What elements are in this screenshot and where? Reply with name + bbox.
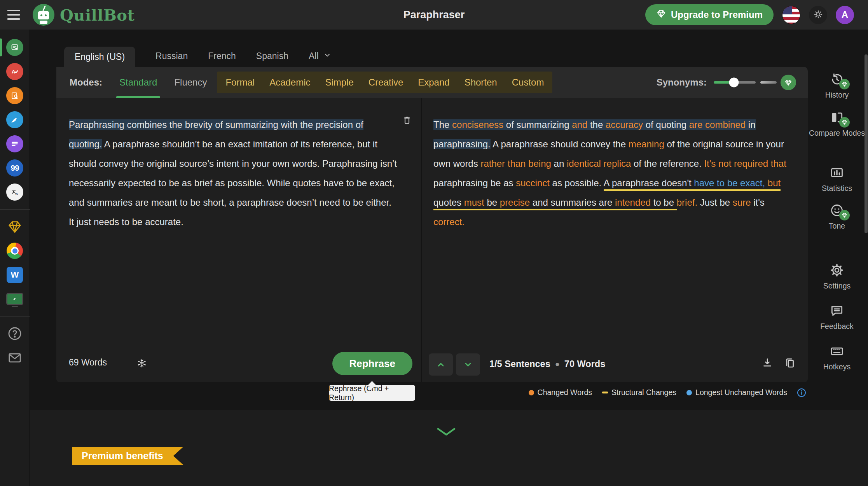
quillbot-robot-icon bbox=[33, 4, 54, 26]
mode-shorten[interactable]: Shorten bbox=[465, 77, 497, 88]
delete-text-button[interactable] bbox=[398, 112, 416, 129]
output-segment[interactable]: an bbox=[551, 158, 567, 169]
sidebar-item-plagiarism-checker[interactable] bbox=[0, 87, 30, 104]
tools-item-tone[interactable]: Tone bbox=[809, 203, 865, 231]
tools-item-statistics[interactable]: Statistics bbox=[809, 165, 865, 193]
tools-item-settings[interactable]: Settings bbox=[809, 263, 865, 291]
account-avatar[interactable]: A bbox=[836, 6, 854, 24]
synonyms-slider-thumb[interactable] bbox=[729, 78, 739, 87]
output-segment[interactable]: It's not required that bbox=[704, 158, 786, 169]
input-rest-text[interactable]: A paraphrase shouldn’t be an exact imita… bbox=[69, 139, 397, 227]
output-segment[interactable]: conciseness bbox=[452, 119, 503, 130]
output-text: The conciseness of summarizing and the a… bbox=[433, 115, 797, 232]
tab-english-us[interactable]: English (US) bbox=[64, 47, 135, 67]
quillbot-logo[interactable]: QuillBot bbox=[33, 4, 134, 26]
paraphraser-icon bbox=[6, 39, 23, 56]
output-segment[interactable]: A paraphrase should convey the bbox=[491, 139, 629, 149]
theme-toggle-button[interactable] bbox=[809, 6, 827, 24]
sidebar-item-chrome-extension[interactable] bbox=[0, 242, 30, 259]
output-segment[interactable]: of summarizing bbox=[503, 119, 572, 130]
output-segment[interactable]: as possible. bbox=[550, 178, 604, 188]
sidebar-item-premium[interactable] bbox=[0, 218, 30, 235]
output-segment[interactable]: intended bbox=[615, 197, 651, 210]
freeze-words-button[interactable] bbox=[133, 355, 150, 372]
output-segment[interactable]: it's bbox=[751, 197, 765, 208]
output-segment[interactable]: identical replica bbox=[567, 158, 631, 169]
mode-creative[interactable]: Creative bbox=[369, 77, 403, 88]
mode-fluency[interactable]: Fluency bbox=[174, 67, 207, 98]
output-segment[interactable]: precise bbox=[500, 197, 530, 210]
input-word-count: 69 Words bbox=[69, 357, 107, 368]
output-segment[interactable]: are combined bbox=[689, 119, 746, 130]
output-segment[interactable]: rather than being bbox=[480, 158, 551, 169]
sidebar-item-word-extension[interactable]: W bbox=[0, 266, 30, 283]
mode-custom[interactable]: Custom bbox=[512, 77, 544, 88]
output-segment[interactable]: the bbox=[587, 119, 606, 130]
output-segment[interactable]: brief. bbox=[677, 197, 697, 208]
language-flag-button[interactable] bbox=[782, 6, 800, 24]
sun-icon bbox=[813, 9, 823, 21]
help-icon bbox=[7, 326, 23, 341]
sidebar-item-summarizer[interactable] bbox=[0, 135, 30, 152]
previous-sentence-button[interactable] bbox=[429, 353, 453, 376]
tab-all-languages[interactable]: All bbox=[309, 51, 331, 67]
output-segment[interactable]: The bbox=[433, 119, 452, 130]
output-segment[interactable]: and bbox=[572, 119, 587, 130]
next-sentence-button[interactable] bbox=[456, 353, 480, 376]
legend-info-icon[interactable]: i bbox=[797, 388, 806, 397]
output-segment[interactable]: accuracy bbox=[606, 119, 643, 130]
output-segment[interactable]: A paraphrase doesn't bbox=[604, 178, 694, 191]
output-segment[interactable]: correct. bbox=[433, 217, 465, 227]
sidebar-item-desktop-app[interactable] bbox=[0, 290, 30, 308]
sidebar-item-co-writer[interactable] bbox=[0, 111, 30, 128]
sidebar-item-translator[interactable]: A bbox=[0, 184, 30, 201]
mode-standard[interactable]: Standard bbox=[119, 67, 157, 98]
output-segment[interactable]: meaning bbox=[629, 139, 664, 149]
sidebar-item-citation-generator[interactable]: 99 bbox=[0, 159, 30, 177]
output-segment[interactable] bbox=[765, 178, 768, 191]
sidebar-item-help[interactable] bbox=[0, 325, 30, 342]
upgrade-premium-button[interactable]: Upgrade to Premium bbox=[645, 4, 774, 25]
hamburger-menu-button[interactable] bbox=[0, 0, 27, 30]
rephrase-tooltip: Rephrase (Cmd + Return) bbox=[329, 385, 415, 401]
sidebar-item-contact[interactable] bbox=[0, 349, 30, 366]
output-segment[interactable]: of the reference. bbox=[631, 158, 704, 169]
output-segment[interactable]: Just be bbox=[697, 197, 733, 208]
output-segment[interactable]: but bbox=[768, 178, 781, 191]
language-tabs: English (US) RussianFrenchSpanishAll bbox=[56, 47, 808, 67]
output-segment[interactable]: succinct bbox=[516, 178, 550, 188]
output-segment[interactable]: paraphrasing be as bbox=[433, 178, 516, 188]
page-scrollbar[interactable] bbox=[865, 54, 868, 233]
output-segment[interactable]: to be bbox=[651, 197, 677, 210]
output-segment[interactable]: must bbox=[464, 197, 484, 210]
tools-item-compare-modes[interactable]: Compare Modes bbox=[809, 110, 865, 138]
mode-expand[interactable]: Expand bbox=[418, 77, 449, 88]
mode-simple[interactable]: Simple bbox=[325, 77, 354, 88]
copy-output-button[interactable] bbox=[781, 355, 798, 372]
rephrase-button[interactable]: Rephrase bbox=[332, 352, 413, 375]
tab-russian[interactable]: Russian bbox=[155, 51, 188, 67]
output-segment[interactable]: quotes bbox=[433, 197, 464, 210]
synonyms-slider[interactable] bbox=[714, 81, 756, 84]
tools-item-hotkeys[interactable]: Hotkeys bbox=[809, 344, 865, 372]
tab-spanish[interactable]: Spanish bbox=[256, 51, 288, 67]
mode-formal[interactable]: Formal bbox=[225, 77, 255, 88]
tools-item-history[interactable]: History bbox=[809, 72, 865, 100]
bottom-section: Premium benefits bbox=[30, 410, 868, 486]
sidebar-item-grammar-checker[interactable]: A bbox=[0, 63, 30, 80]
output-segment[interactable]: of quoting bbox=[643, 119, 689, 130]
output-segment[interactable]: have to be exact, bbox=[694, 178, 765, 191]
output-segment[interactable]: and summaries are bbox=[530, 197, 615, 210]
tools-item-feedback[interactable]: Feedback bbox=[809, 303, 865, 331]
export-download-button[interactable] bbox=[759, 355, 776, 372]
tab-french[interactable]: French bbox=[208, 51, 236, 67]
synonyms-control: Synonyms: bbox=[657, 75, 796, 90]
output-segment[interactable]: be bbox=[484, 197, 500, 210]
premium-benefits-ribbon[interactable]: Premium benefits bbox=[72, 447, 183, 465]
sidebar-item-paraphraser[interactable] bbox=[0, 39, 30, 56]
input-text[interactable]: Paraphrasing combines the brevity of sum… bbox=[69, 115, 397, 232]
synonyms-premium-gem-icon[interactable] bbox=[781, 75, 796, 90]
expand-more-button[interactable] bbox=[435, 427, 458, 438]
mode-academic[interactable]: Academic bbox=[269, 77, 310, 88]
output-segment[interactable]: sure bbox=[733, 197, 751, 208]
